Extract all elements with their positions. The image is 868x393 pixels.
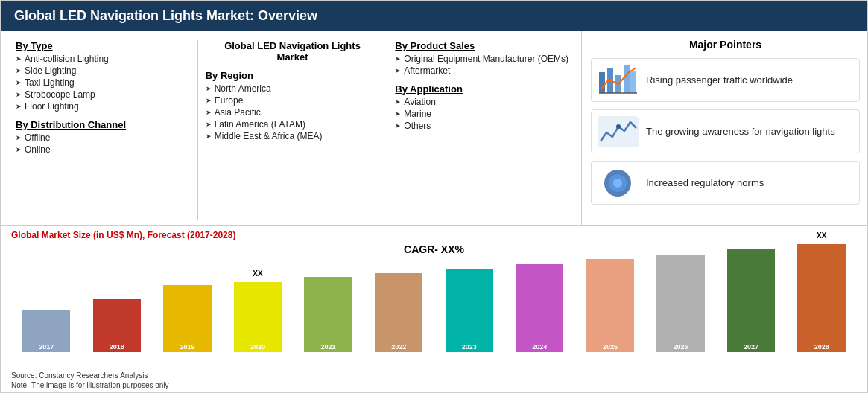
list-item: Side Lighting bbox=[16, 66, 190, 76]
bar-group: 2027 bbox=[716, 243, 787, 352]
bar-year-label: 2025 bbox=[586, 343, 634, 351]
bar-group: 2023 bbox=[434, 243, 504, 352]
chart-bar: 2020 bbox=[234, 282, 282, 352]
right-panel: Major Pointers Rising passenger t bbox=[582, 31, 868, 225]
page-title: Global LED Navigation Lights Market: Ove… bbox=[14, 8, 317, 23]
svg-rect-6 bbox=[598, 116, 639, 147]
bar-year-label: 2028 bbox=[797, 343, 845, 351]
note-text: Note- The image is for illustration purp… bbox=[11, 381, 857, 389]
chart-bar: 2018 bbox=[93, 299, 141, 352]
pointer-card-3: Increased regulatory norms bbox=[591, 161, 860, 205]
bar-year-label: 2018 bbox=[93, 343, 141, 351]
svg-rect-4 bbox=[630, 71, 636, 93]
chart-bar: 2022 bbox=[375, 273, 422, 352]
bar-group: 2018 bbox=[82, 243, 153, 352]
divider bbox=[387, 40, 387, 220]
bar-group: XX2028 bbox=[786, 243, 857, 352]
list-item: North America bbox=[206, 83, 380, 94]
col-product: By Product Sales Original Equipment Manu… bbox=[390, 40, 574, 220]
list-item: Middle East & Africa (MEA) bbox=[206, 131, 380, 141]
bar-year-label: 2021 bbox=[304, 343, 352, 351]
bar-group: 2019 bbox=[152, 243, 223, 352]
bar-group: 2017 bbox=[11, 243, 82, 352]
chart-bar: 2017 bbox=[22, 310, 70, 352]
bar-year-label: 2023 bbox=[446, 343, 493, 351]
list-item: Latin America (LATAM) bbox=[206, 119, 380, 130]
list-item: Anti-collision Lighting bbox=[16, 54, 190, 64]
bar-group: 2021 bbox=[293, 243, 364, 352]
chart-bar: 2025 bbox=[586, 259, 634, 352]
bar-chart-icon bbox=[598, 63, 639, 97]
list-item: Europe bbox=[206, 95, 380, 106]
list-item: Offline bbox=[16, 132, 190, 143]
pointer-text-2: The growing awareness for navigation lig… bbox=[646, 126, 835, 137]
bar-label-top: XX bbox=[817, 231, 826, 240]
col-region: Global LED Navigation Lights Market By R… bbox=[201, 40, 384, 220]
left-panel: By Type Anti-collision Lighting Side Lig… bbox=[1, 31, 582, 225]
chart-bar: 2023 bbox=[446, 269, 493, 352]
svg-point-7 bbox=[616, 124, 621, 129]
chart-bar: 2028 bbox=[797, 244, 845, 352]
svg-point-10 bbox=[613, 179, 622, 188]
bar-year-label: 2017 bbox=[22, 343, 70, 351]
list-item: Online bbox=[16, 144, 190, 155]
list-item: Marine bbox=[395, 109, 569, 119]
list-item: Taxi Lighting bbox=[16, 77, 190, 88]
col-type: By Type Anti-collision Lighting Side Lig… bbox=[11, 40, 194, 220]
major-pointers-title: Major Pointers bbox=[591, 39, 860, 51]
market-title-line2: Market bbox=[206, 51, 380, 63]
list-item: Asia Pacific bbox=[206, 107, 380, 118]
top-section: By Type Anti-collision Lighting Side Lig… bbox=[1, 31, 867, 226]
page-header: Global LED Navigation Lights Market: Ove… bbox=[1, 1, 867, 31]
pointer-text-1: Rising passenger traffic worldwide bbox=[646, 74, 793, 86]
pointer-card-1: Rising passenger traffic worldwide bbox=[591, 58, 860, 102]
svg-rect-0 bbox=[599, 72, 605, 93]
circle-icon bbox=[598, 166, 639, 199]
svg-rect-3 bbox=[624, 65, 630, 93]
chart-bar: 2027 bbox=[727, 249, 775, 352]
chart-section: Global Market Size (in US$ Mn), Forecast… bbox=[1, 226, 867, 392]
bar-label-top: XX bbox=[253, 269, 262, 278]
chart-bar: 2026 bbox=[656, 255, 704, 352]
chart-bar: 2024 bbox=[516, 264, 563, 352]
bar-year-label: 2020 bbox=[234, 343, 282, 351]
list-item: Aftermarket bbox=[395, 66, 569, 76]
list-item: Strobocope Lamp bbox=[16, 89, 190, 100]
list-item: Floor Lighting bbox=[16, 101, 190, 112]
by-type-title: By Type bbox=[16, 40, 190, 51]
wave-chart-icon bbox=[598, 115, 639, 148]
list-item: Aviation bbox=[395, 97, 569, 107]
chart-bar: 2021 bbox=[304, 277, 352, 352]
divider bbox=[197, 40, 198, 220]
bar-year-label: 2024 bbox=[516, 343, 563, 351]
by-product-title: By Product Sales bbox=[395, 40, 569, 51]
by-application-title: By Application bbox=[395, 83, 569, 95]
pointer-card-2: The growing awareness for navigation lig… bbox=[591, 109, 860, 153]
chart-area: CAGR- XX%201720182019XX20202021202220232… bbox=[11, 243, 857, 370]
bar-year-label: 2019 bbox=[163, 343, 211, 351]
pointer-text-3: Increased regulatory norms bbox=[646, 177, 764, 188]
source-text: Source: Constancy Researchers Analysis bbox=[11, 371, 857, 380]
bar-group: 2026 bbox=[645, 243, 716, 352]
chart-title: Global Market Size (in US$ Mn), Forecast… bbox=[11, 230, 857, 240]
market-title-line1: Global LED Navigation Lights bbox=[206, 40, 380, 51]
list-item: Others bbox=[395, 121, 569, 131]
bar-group: 2022 bbox=[364, 243, 434, 352]
bar-group: 2024 bbox=[504, 243, 575, 352]
bar-year-label: 2022 bbox=[375, 343, 422, 351]
list-item: Original Equipment Manufacturer (OEMs) bbox=[395, 54, 569, 64]
chart-bar: 2019 bbox=[163, 285, 211, 352]
by-distribution-title: By Distribution Channel bbox=[16, 119, 190, 130]
bar-year-label: 2027 bbox=[727, 343, 775, 351]
bar-group: XX2020 bbox=[223, 243, 294, 352]
bar-group: 2025 bbox=[575, 243, 646, 352]
by-region-title: By Region bbox=[206, 70, 380, 81]
bar-year-label: 2026 bbox=[656, 343, 704, 351]
main-container: Global LED Navigation Lights Market: Ove… bbox=[0, 0, 868, 393]
